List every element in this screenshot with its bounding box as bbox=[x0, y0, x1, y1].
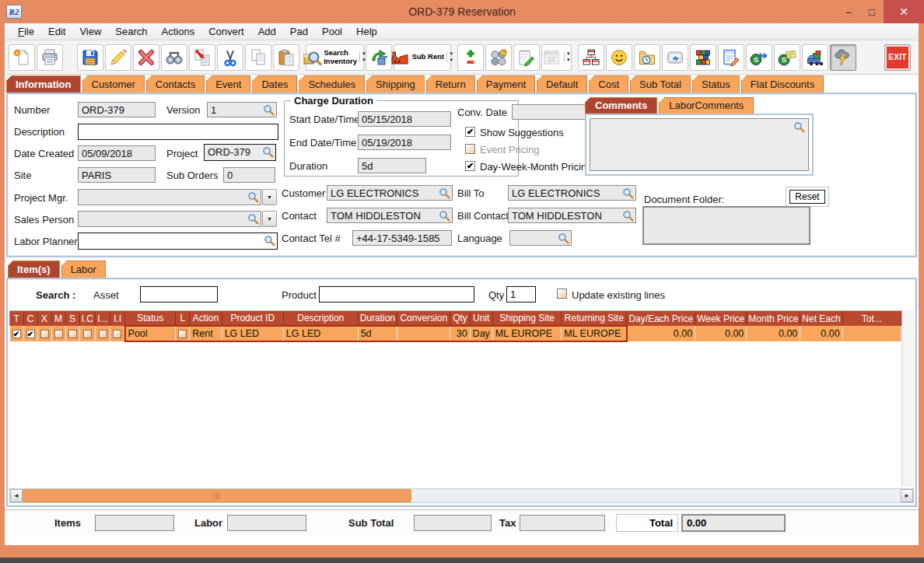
row-checkbox-x[interactable] bbox=[40, 330, 49, 338]
bill-contact-field[interactable]: TOM HIDDLESTON bbox=[508, 208, 636, 223]
column-header-returning-site[interactable]: Returning Site bbox=[562, 311, 627, 326]
row-checkbox-idots[interactable] bbox=[99, 330, 107, 338]
menu-file[interactable]: File bbox=[11, 24, 41, 39]
menu-view[interactable]: View bbox=[72, 24, 108, 39]
cell-description[interactable]: LG LED bbox=[283, 326, 358, 341]
comments-tab-comments[interactable]: Comments bbox=[585, 97, 657, 114]
column-header-i-[interactable]: I... bbox=[95, 311, 110, 326]
cell-returning_site[interactable]: ML EUROPE bbox=[562, 326, 627, 341]
cell-t[interactable] bbox=[10, 326, 24, 341]
cell-m[interactable] bbox=[51, 326, 65, 341]
bill-to-lookup-icon[interactable] bbox=[622, 187, 634, 201]
edit-pencil-button[interactable] bbox=[105, 44, 131, 71]
cell-status[interactable]: Pool bbox=[125, 326, 176, 341]
column-header-s[interactable]: S bbox=[65, 311, 79, 326]
cell-conversion[interactable] bbox=[397, 326, 450, 341]
exit-button[interactable]: EXIT bbox=[884, 44, 911, 71]
cut-button[interactable] bbox=[217, 44, 243, 71]
column-header-tot-[interactable]: Tot... bbox=[842, 311, 901, 326]
sub-orders-field[interactable]: 0 bbox=[223, 167, 275, 183]
line-item-row[interactable]: PoolRentLG LEDLG LED5d30DayML EUROPEML E… bbox=[10, 326, 901, 341]
menu-actions[interactable]: Actions bbox=[155, 24, 202, 39]
menu-pool[interactable]: Pool bbox=[315, 24, 349, 39]
vertical-scrollbar[interactable] bbox=[901, 310, 914, 487]
contact-lookup-icon[interactable] bbox=[439, 210, 450, 223]
tab-default[interactable]: Default bbox=[537, 75, 587, 93]
version-field[interactable]: 1 bbox=[207, 102, 277, 117]
menu-search[interactable]: Search bbox=[108, 24, 154, 39]
cell-x[interactable] bbox=[37, 326, 51, 341]
cell-duration[interactable]: 5d bbox=[358, 326, 397, 341]
cell-month_price[interactable]: 0.00 bbox=[747, 326, 800, 341]
tab-return[interactable]: Return bbox=[426, 75, 475, 93]
find-binoculars-button[interactable] bbox=[161, 44, 187, 71]
cell-day_each_price[interactable]: 0.00 bbox=[627, 326, 695, 341]
column-header-m[interactable]: M bbox=[51, 311, 65, 326]
org-chart-button[interactable] bbox=[578, 44, 604, 71]
tab-cost[interactable]: Cost bbox=[589, 75, 628, 93]
cell-week_price[interactable]: 0.00 bbox=[695, 326, 747, 341]
new-document-button[interactable] bbox=[9, 44, 35, 71]
delete-button[interactable] bbox=[133, 44, 159, 71]
column-header-status[interactable]: Status bbox=[125, 311, 176, 326]
transfer-document-button[interactable] bbox=[189, 44, 215, 71]
update-existing-lines-checkbox[interactable] bbox=[557, 288, 567, 299]
tab-schedules[interactable]: Schedules bbox=[299, 75, 365, 93]
cell-tot[interactable] bbox=[842, 326, 901, 341]
column-header-x[interactable]: X bbox=[37, 311, 51, 326]
language-lookup-icon[interactable] bbox=[558, 233, 569, 246]
tab-payment[interactable]: Payment bbox=[477, 75, 535, 93]
menu-pad[interactable]: Pad bbox=[283, 24, 315, 39]
column-header-qty[interactable]: Qty bbox=[450, 311, 470, 326]
smiley-button[interactable] bbox=[606, 44, 632, 71]
horizontal-scrollbar[interactable]: ◄ ► bbox=[9, 488, 914, 503]
end-date-field[interactable]: 05/19/2018 bbox=[358, 135, 451, 150]
menu-edit[interactable]: Edit bbox=[41, 24, 72, 39]
row-checkbox-s[interactable] bbox=[68, 330, 77, 338]
comments-lookup-icon[interactable] bbox=[793, 121, 805, 136]
row-checkbox-c[interactable] bbox=[26, 330, 35, 338]
cell-shipping_site[interactable]: ML EUROPE bbox=[492, 326, 561, 341]
search-inventory-button[interactable]: SearchInventory▼▼ bbox=[306, 44, 364, 71]
column-header-conversion[interactable]: Conversion bbox=[397, 311, 450, 326]
row-checkbox-ii[interactable] bbox=[113, 330, 121, 338]
duration-field[interactable]: 5d bbox=[358, 158, 426, 173]
pool-circles-button[interactable]: ? bbox=[485, 44, 512, 71]
add-remove-button[interactable] bbox=[457, 44, 484, 71]
form-edit-button[interactable] bbox=[718, 44, 744, 71]
send-notes-button[interactable]: S bbox=[774, 44, 800, 71]
start-date-field[interactable]: 05/15/2018 bbox=[358, 111, 451, 127]
reset-button[interactable]: Reset bbox=[789, 190, 824, 204]
scrollbar-thumb[interactable] bbox=[23, 489, 411, 502]
column-header-duration[interactable]: Duration bbox=[358, 311, 397, 326]
column-header-net-each[interactable]: Net Each bbox=[800, 311, 842, 326]
copy-button[interactable] bbox=[245, 44, 271, 71]
show-suggestions-checkbox[interactable] bbox=[465, 127, 475, 137]
tab-information[interactable]: Information bbox=[6, 75, 81, 93]
cell-ic[interactable] bbox=[79, 326, 95, 341]
contact-field[interactable]: TOM HIDDLESTON bbox=[327, 208, 453, 223]
column-header-c[interactable]: C bbox=[23, 311, 37, 326]
scroll-left-button[interactable]: ◄ bbox=[10, 489, 23, 502]
project-mgr-lookup-icon[interactable] bbox=[247, 191, 259, 205]
tab-event[interactable]: Event bbox=[206, 75, 250, 93]
description-input[interactable] bbox=[78, 124, 278, 140]
column-header-t[interactable]: T bbox=[10, 311, 24, 326]
bill-contact-lookup-icon[interactable] bbox=[622, 210, 634, 223]
close-button[interactable]: ✕ bbox=[884, 0, 924, 23]
send-forward-button[interactable]: S bbox=[746, 44, 772, 71]
project-mgr-dropdown-arrow[interactable]: ▼ bbox=[262, 189, 277, 205]
language-field[interactable] bbox=[509, 230, 572, 246]
labor-planner-field[interactable] bbox=[78, 233, 278, 250]
column-header-product-id[interactable]: Product ID bbox=[222, 311, 283, 326]
tab-contacts[interactable]: Contacts bbox=[146, 75, 205, 93]
items-tab-item-s-[interactable]: Item(s) bbox=[8, 261, 60, 278]
date-created-field[interactable]: 05/09/2018 bbox=[78, 145, 156, 161]
calendar-dropdown-arrow[interactable]: ▼▼ bbox=[564, 52, 572, 62]
site-field[interactable]: PARIS bbox=[78, 167, 156, 183]
comments-textarea[interactable] bbox=[590, 118, 809, 171]
sales-person-field[interactable] bbox=[78, 211, 261, 227]
row-checkbox-ic[interactable] bbox=[83, 330, 92, 338]
items-tab-labor[interactable]: Labor bbox=[61, 261, 106, 278]
cell-idots[interactable] bbox=[95, 326, 110, 341]
